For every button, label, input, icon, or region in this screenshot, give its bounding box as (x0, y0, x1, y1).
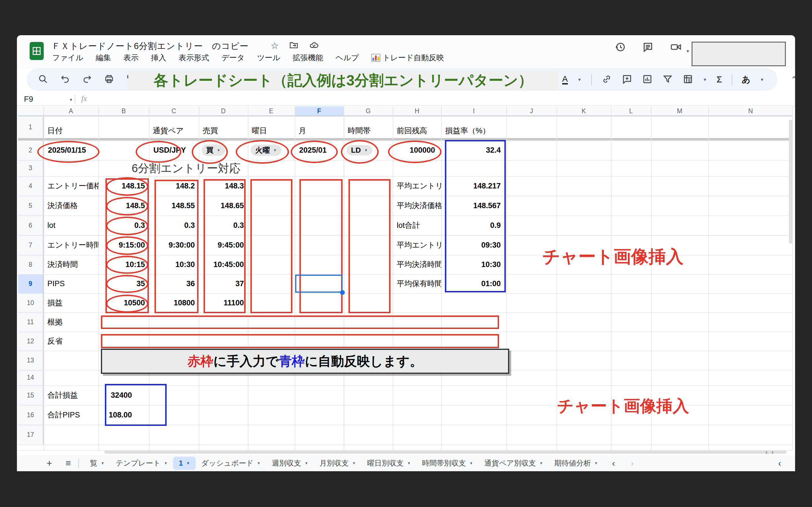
text-color-caret[interactable]: ▼ (577, 77, 581, 82)
cell-E1[interactable]: 曜日 (248, 116, 295, 138)
undo-icon[interactable] (60, 74, 70, 86)
cell-H4[interactable]: 平均エントリー (393, 176, 441, 196)
row-header-17[interactable]: 17 (18, 425, 43, 445)
row-header-1[interactable]: 1 (18, 116, 43, 138)
share-button-redacted[interactable] (692, 42, 786, 66)
comments-icon[interactable] (642, 41, 654, 54)
col-header-J[interactable]: J (506, 107, 557, 116)
menu-format[interactable]: 表示形式 (179, 53, 209, 63)
pivot-table-icon[interactable] (682, 74, 693, 86)
row-header-14[interactable]: 14 (18, 370, 43, 385)
cell-H1[interactable]: 前回残高 (393, 116, 441, 138)
move-folder-icon[interactable] (289, 40, 299, 52)
cell-H5[interactable]: 平均決済価格 (393, 196, 441, 216)
col-header-K[interactable]: K (557, 107, 611, 116)
pivot-caret[interactable]: ▼ (703, 77, 707, 82)
menu-view[interactable]: 表示 (123, 53, 139, 63)
col-header-F-selected[interactable]: F (295, 107, 344, 116)
menu-insert[interactable]: 挿入 (151, 53, 166, 63)
functions-sigma-icon[interactable]: Σ (717, 74, 722, 85)
col-header-C[interactable]: C (149, 107, 199, 116)
tab-by-pair[interactable]: 通貨ペア別収支▼ (479, 456, 549, 470)
tab-by-weekday[interactable]: 曜日別収支▼ (361, 456, 416, 470)
row-header-11[interactable]: 11 (18, 313, 43, 332)
insert-link-icon[interactable] (601, 74, 612, 86)
cell-H9[interactable]: 平均保有時間 (393, 274, 441, 293)
version-history-icon[interactable] (615, 41, 626, 54)
col-header-H[interactable]: H (393, 107, 441, 116)
col-header-B[interactable]: B (98, 107, 149, 116)
redo-icon[interactable] (82, 74, 92, 86)
row-header-3[interactable]: 3 (18, 160, 43, 176)
tab-weekly[interactable]: 週別収支▼ (266, 456, 314, 470)
row-header-15[interactable]: 15 (18, 385, 43, 405)
cell-A5[interactable]: 決済価格 (43, 196, 98, 216)
row-header-10[interactable]: 10 (18, 293, 43, 313)
meet-video-icon[interactable]: ▼ (670, 41, 690, 54)
tab-monthly[interactable]: 月別収支▼ (314, 456, 361, 470)
cell-A4[interactable]: エントリー価格 (43, 176, 98, 196)
tab-list-partial[interactable]: 覧▼ (85, 456, 110, 470)
cell-A10[interactable]: 損益 (43, 293, 98, 313)
collapse-toolbar-icon[interactable]: ⌃ (791, 75, 795, 84)
menu-addon-trade-sync[interactable]: トレード自動反映 (371, 53, 444, 63)
input-method-icon[interactable]: あ (742, 74, 751, 86)
cell-A9[interactable]: PIPS (43, 274, 98, 293)
row-header-7[interactable]: 7 (18, 235, 43, 255)
row-header-12[interactable]: 12 (18, 332, 43, 351)
cell-C1[interactable]: 通貨ペア (149, 116, 199, 138)
tab-expectancy[interactable]: 期待値分析▼ (549, 456, 604, 470)
menu-help[interactable]: ヘルプ (336, 53, 359, 63)
tabs-scroll-right-icon[interactable]: › (631, 458, 634, 468)
row-header-16[interactable]: 16 (18, 405, 43, 425)
search-icon[interactable] (38, 74, 48, 86)
col-header-D[interactable]: D (199, 107, 248, 116)
cell-A7[interactable]: エントリー時間 (43, 235, 98, 255)
cell-F1[interactable]: 月 (295, 116, 344, 138)
add-sheet-icon[interactable]: + (47, 458, 52, 469)
star-icon[interactable]: ☆ (271, 40, 279, 52)
document-title[interactable]: ＦＸトレードノート6分割エントリー のコピー (52, 40, 249, 52)
cell-merged-note[interactable]: 6分割エントリー対応 (130, 161, 243, 175)
text-color-icon[interactable]: A (562, 75, 568, 84)
cell-I1[interactable]: 損益率（%） (441, 116, 506, 138)
menu-file[interactable]: ファイル (52, 53, 84, 63)
cell-H7[interactable]: 平均エントリ (393, 235, 441, 255)
col-header-L[interactable]: L (611, 107, 651, 116)
tab-template[interactable]: テンプレート▼ (110, 456, 173, 470)
cell-A6[interactable]: lot (43, 216, 98, 235)
insert-comment-icon[interactable] (622, 74, 632, 86)
name-box-caret[interactable]: ▼ (69, 98, 73, 102)
cell-A1[interactable]: 日付 (43, 116, 98, 138)
cell-A8[interactable]: 決済時間 (43, 255, 98, 274)
menu-extensions[interactable]: 拡張機能 (293, 53, 323, 63)
cell-A16[interactable]: 合計PIPS (43, 405, 98, 425)
row-header-9-selected[interactable]: 9 (18, 274, 43, 293)
cloud-status-icon[interactable] (309, 40, 319, 52)
tab-by-session[interactable]: 時間帯別収支▼ (416, 456, 479, 470)
col-header-M[interactable]: M (651, 107, 708, 116)
col-header-G[interactable]: G (344, 107, 393, 116)
row-header-6[interactable]: 6 (18, 216, 43, 235)
insert-chart-icon[interactable] (642, 74, 653, 86)
menu-tools[interactable]: ツール (257, 53, 280, 63)
sheets-logo-icon[interactable] (30, 42, 44, 60)
row-header-4[interactable]: 4 (18, 176, 43, 196)
col-header-A[interactable]: A (43, 107, 98, 116)
row-header-5[interactable]: 5 (18, 196, 43, 216)
corner-header[interactable] (18, 107, 43, 116)
menu-edit[interactable]: 編集 (96, 53, 111, 63)
all-sheets-icon[interactable]: ≡ (66, 458, 71, 468)
input-method-caret[interactable]: ▼ (760, 77, 764, 82)
tabbar-collapse-icon[interactable]: ‹ (778, 458, 781, 468)
col-header-N[interactable]: N (708, 107, 793, 116)
menu-data[interactable]: データ (221, 53, 245, 63)
col-header-E[interactable]: E (248, 107, 295, 116)
tabs-scroll-left-icon[interactable]: ‹ (612, 458, 615, 468)
cell-H8[interactable]: 平均決済時間 (393, 255, 441, 274)
cell-A11[interactable]: 根拠 (43, 313, 98, 332)
tab-1-active[interactable]: 1▼ (173, 457, 195, 470)
cell-A15[interactable]: 合計損益 (43, 385, 98, 405)
cell-G1[interactable]: 時間帯 (344, 116, 393, 138)
row-header-8[interactable]: 8 (18, 255, 43, 274)
